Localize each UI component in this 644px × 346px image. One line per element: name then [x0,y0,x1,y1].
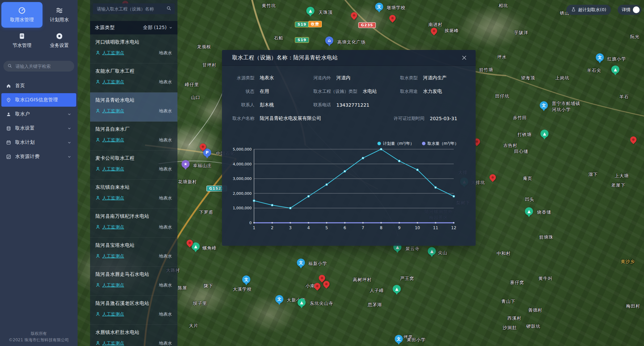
station-name: 陆河县南万镇杞洋水电站 [95,213,172,219]
module-2[interactable]: 计划用水 [43,2,76,28]
station-list-item[interactable]: 陆河县激石溪老区水电站 人工监测点 地表水 [90,296,177,325]
map-label: 坝子里 [193,300,207,307]
svg-text:6: 6 [343,225,346,230]
station-list-item[interactable]: 水唇镇水栏肚水电站 人工监测点 地表水 [90,325,177,346]
sidebar-item-6[interactable]: 水资源计费 [1,150,76,163]
map-label: 幸福山庄 [193,163,212,169]
manual-monitor-link[interactable]: 人工监测点 [95,166,159,172]
map-label: 箭竹塘 [479,67,493,73]
field-label: 联系人 [232,102,254,108]
school-marker[interactable]: 文 [540,101,548,109]
detail-toggle[interactable]: 详情 [618,5,641,15]
manual-monitor-link[interactable]: 人工监测点 [95,195,159,201]
map-label: 西溪村 [507,315,522,321]
map-label: 河坑小学 [552,107,571,113]
sidebar-item-1[interactable]: 首页 [1,79,76,92]
sidebar-item-5[interactable]: 取水计划 [1,136,76,149]
search-icon[interactable] [166,6,171,12]
sidebar-item-label: 水资源计费 [15,154,67,160]
map-label: 聚云寺 [405,246,420,252]
module-1[interactable]: 取用水管理 [1,2,43,28]
station-list-item[interactable]: 陆河县宝塔水电站 人工监测点 地表水 [90,238,177,267]
module-label: 取用水管理 [10,17,34,23]
sidebar-item-3[interactable]: 取水户 [1,107,76,121]
map-label: 石船 [274,35,283,41]
svg-text:9: 9 [398,225,401,230]
school-marker[interactable]: 文 [275,295,283,303]
module-3[interactable]: 节水管理 [1,28,43,53]
manual-monitor-link[interactable]: 人工监测点 [95,137,159,143]
school-marker[interactable]: 文 [395,335,403,343]
person-icon [95,312,102,317]
module-label: 计划用水 [50,17,69,23]
station-list-item[interactable]: 东坑镇自来水站 人工监测点 地表水 [90,180,177,209]
station-list-item[interactable]: 陆河县水唇走马石水电站 人工监测点 地表水 [90,267,177,296]
map-label: 大片 [189,323,198,329]
map-label: 老屋下 [611,182,625,188]
manual-monitor-link[interactable]: 人工监测点 [95,50,159,56]
map-label: 陇下 [204,283,213,289]
station-name: 河口镇唱歌潭水电站 [95,39,172,45]
road-badge: 收费 [308,21,322,27]
chevron-down-icon[interactable] [67,140,72,145]
peak-marker[interactable]: ▲ [611,65,619,74]
school-marker[interactable]: 文 [297,259,305,267]
peak-marker[interactable]: ▲ [306,7,314,15]
svg-text:计划量（m³/年）: 计划量（m³/年） [383,141,414,146]
station-list-item[interactable]: 陆河县自来水厂 人工监测点 地表水 [90,122,177,151]
school-marker[interactable]: 文 [375,3,383,11]
station-list-item[interactable]: 麦卡公司取水工程 人工监测点 地表水 [90,151,177,180]
manual-monitor-link[interactable]: 人工监测点 [95,253,159,259]
school-marker[interactable]: 文 [242,275,250,284]
chevron-down-icon[interactable] [67,126,72,131]
station-name: 水唇镇水栏肚水电站 [95,329,172,336]
manual-monitor-link[interactable]: 人工监测点 [95,108,159,114]
manual-monitor-link[interactable]: 人工监测点 [95,224,159,230]
manual-monitor-link[interactable]: 人工监测点 [95,340,159,346]
road-badge: G235 [358,22,376,28]
peak-marker[interactable]: ▲ [525,207,533,215]
manual-monitor-link[interactable]: 人工监测点 [95,79,159,85]
station-search-box[interactable] [93,3,175,14]
water-source-type: 地表水 [159,253,172,259]
station-list-item[interactable]: 陆河县南万镇杞洋水电站 人工监测点 地表水 [90,209,177,238]
peak-marker[interactable]: ▲ [428,247,436,255]
map-label: 烧香缝 [537,209,551,215]
chevron-down-icon[interactable] [67,155,72,159]
peak-marker[interactable]: ▲ [540,130,549,138]
svg-text:3,000,000: 3,000,000 [233,177,252,181]
sidebar-item-4[interactable]: 取水设置 [1,122,76,135]
toggle-knob[interactable] [633,6,640,13]
filter-value[interactable]: 全部 (125) [143,25,167,31]
water-source-type: 地表水 [159,282,172,288]
culture-marker[interactable]: ⌂ [325,36,333,45]
sidebar-search-box[interactable] [3,61,74,72]
manual-monitor-link[interactable]: 人工监测点 [95,311,159,317]
field-value: 陆河县青砼水电发展有限公司 [260,115,321,122]
peak-marker[interactable]: ▲ [393,285,401,293]
svg-text:12: 12 [451,225,456,230]
sidebar-search-input[interactable] [15,63,70,69]
station-search-input[interactable] [96,6,166,12]
station-name: 麦卡公司取水工程 [95,155,172,161]
station-list-item[interactable]: 陆河县青砼水电站 人工监测点 地表水 [90,92,177,122]
station-list-item[interactable]: 友能水厂取水工程 人工监测点 地表水 [90,63,177,92]
chevron-down-icon[interactable] [169,26,173,30]
sidebar-item-label: 取水口GIS信息管理 [15,97,72,103]
manual-monitor-link[interactable]: 人工监测点 [95,282,159,288]
close-icon[interactable] [461,55,467,60]
school-marker[interactable]: 文 [596,53,604,61]
station-list-item[interactable]: 河口镇唱歌潭水电站 人工监测点 地表水 [90,34,177,63]
svg-text:1,000,000: 1,000,000 [233,206,252,210]
detail-toggle-label: 详情 [622,7,631,13]
svg-text:3: 3 [289,225,292,230]
resort-marker[interactable]: ★ [181,160,190,168]
over-plan-intake-button[interactable]: 超计划取水(0) [566,5,611,15]
map-label: 中和村 [497,250,511,257]
module-4[interactable]: 业务设置 [43,28,76,53]
flask-icon [571,7,578,13]
sidebar-item-2[interactable]: 取水口GIS信息管理 [1,93,76,107]
chevron-down-icon[interactable] [67,112,72,116]
temple-marker[interactable]: ▲ [298,298,306,307]
waves-icon [56,7,63,14]
